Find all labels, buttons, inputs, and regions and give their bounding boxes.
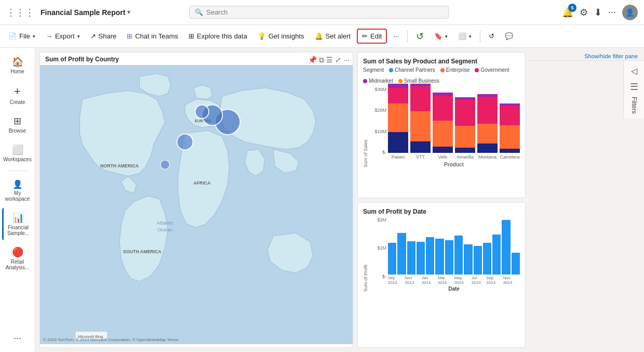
x-nov13: Nov 2013	[405, 276, 421, 285]
file-label: File	[19, 32, 30, 40]
bar-paseo-channel	[388, 132, 408, 153]
chat-teams-button[interactable]: ⊞ Chat in Teams	[123, 30, 182, 43]
bookmark-button[interactable]: 🔖 ▾	[430, 30, 452, 43]
more-map-icon[interactable]: ···	[343, 56, 350, 64]
bar-paseo-gov	[388, 88, 408, 103]
y-label-0-profit: $-	[382, 274, 386, 279]
refresh-button[interactable]: ↺	[412, 28, 428, 45]
x-may14: May 2014	[454, 276, 472, 285]
more-toolbar-button[interactable]: ···	[389, 30, 403, 43]
legend-smallbiz: Small Business	[398, 78, 439, 84]
sidebar: 🏠 Home + Create ⊞ Browse ⬜ Workspaces 👤 …	[0, 48, 35, 352]
sales-y-axis: $30M $20M $10M $-	[369, 87, 388, 155]
profit-x-labels: Sep 2013 Nov 2013 Jan 2014 Mar 2014 May …	[388, 275, 520, 285]
profit-x-axis-label: Date	[388, 286, 520, 292]
sidebar-item-financial[interactable]: 📊 Financial Sample...	[2, 208, 33, 240]
view-chevron-icon: ▾	[469, 34, 472, 39]
x-mar14: Mar 2014	[438, 276, 454, 285]
share-button[interactable]: ↗ Share	[86, 30, 121, 43]
retail-label: Retail Analysis...	[5, 259, 30, 270]
profit-bar-4	[417, 242, 425, 275]
profit-chart-body: Sum of Profit $2M $1M $-	[363, 217, 520, 292]
view-button[interactable]: ⬜ ▾	[454, 30, 476, 43]
notification-button[interactable]: 🔔 5	[562, 7, 573, 18]
alert-button[interactable]: 🔔 Set alert	[311, 30, 355, 43]
legend-label-midmarket: Midmarket	[369, 78, 393, 84]
search-bar[interactable]: 🔍	[189, 6, 449, 19]
bar-vtt-enterprise	[410, 111, 431, 141]
file-button[interactable]: 📄 File ▾	[4, 30, 39, 43]
profit-chart-card: Sum of Profit by Date Sum of Profit $2M …	[357, 202, 526, 348]
export-button[interactable]: → Export ▾	[42, 30, 84, 43]
avatar[interactable]: 👤	[622, 5, 638, 20]
legend-channel: Channel Partners	[389, 67, 435, 73]
copy-icon[interactable]: ⧉	[319, 56, 324, 64]
download-icon[interactable]: ⬇	[594, 7, 602, 18]
insights-button[interactable]: 💡 Get insights	[253, 30, 308, 43]
reset-button[interactable]: ↺	[485, 30, 499, 43]
search-input[interactable]	[206, 8, 443, 16]
filter-bars-icon[interactable]: ☰	[630, 81, 638, 93]
myworkspace-label: My workspace	[5, 190, 30, 202]
sidebar-item-retail[interactable]: 🔴 Retail Analysis...	[2, 242, 33, 275]
sidebar-item-myworkspace[interactable]: 👤 My workspace	[2, 175, 33, 206]
filter-title[interactable]: Filters	[630, 93, 638, 118]
legend-midmarket: Midmarket	[363, 78, 393, 84]
profit-y-title: Sum of Profit	[363, 217, 368, 292]
pin-icon[interactable]: 📌	[308, 56, 317, 64]
bar-paseo-mid	[388, 84, 408, 88]
financial-label: Financial Sample...	[7, 225, 30, 236]
filter-icon[interactable]: ☰	[326, 56, 333, 64]
bar-velo-enterprise	[433, 121, 453, 147]
bar-velo	[433, 93, 453, 153]
export-icon: →	[46, 32, 52, 40]
sidebar-item-workspaces[interactable]: ⬜ Workspaces	[2, 140, 33, 166]
more-options-icon[interactable]: ···	[608, 7, 616, 18]
bar-carretera	[500, 103, 520, 153]
expand-icon[interactable]: ⤢	[335, 56, 341, 64]
left-panel: Sum of Profit by Country 📌 ⧉ ☰ ⤢ ···	[35, 48, 357, 352]
sidebar-item-create[interactable]: + Create	[2, 81, 33, 109]
world-map-svg: Atlantic Ocean NORTH AMERICA EUROPE AFRI…	[40, 65, 353, 344]
bar-vtt-gov	[410, 86, 431, 111]
chat-teams-label: Chat in Teams	[135, 32, 178, 40]
filter-pane-header: Show/hide filter pane	[530, 48, 644, 61]
profit-bar-10	[474, 246, 482, 275]
refresh-icon: ↺	[416, 31, 424, 42]
teams-icon: ⊞	[127, 32, 132, 40]
explore-label: Explore this data	[197, 32, 247, 40]
show-hide-filter-btn[interactable]: Show/hide filter pane	[582, 52, 640, 60]
svg-point-8	[177, 134, 193, 150]
map-tools: 📌 ⧉ ☰ ⤢ ···	[308, 56, 350, 64]
main-layout: 🏠 Home + Create ⊞ Browse ⬜ Workspaces 👤 …	[0, 48, 644, 352]
x-sep14: Sep 2014	[486, 276, 503, 285]
sidebar-item-more[interactable]: ···	[2, 329, 33, 348]
profit-bar-7	[445, 240, 453, 275]
map-card: Sum of Profit by Country 📌 ⧉ ☰ ⤢ ···	[39, 52, 353, 348]
explore-button[interactable]: ⊞ Explore this data	[184, 30, 251, 43]
reset-icon: ↺	[489, 32, 494, 40]
sales-chart-body: Sum of Sales $30M $20M $10M $-	[363, 87, 520, 167]
legend-label-enterprise: Enterprise	[446, 67, 470, 73]
filter-collapse-button[interactable]: ◁	[624, 61, 644, 81]
settings-icon[interactable]: ⚙	[580, 7, 588, 18]
edit-button[interactable]: ✏ Edit	[357, 29, 387, 44]
sales-chart-inner: $30M $20M $10M $-	[369, 87, 520, 167]
sidebar-divider	[7, 171, 28, 171]
more-toolbar-icon: ···	[393, 32, 399, 40]
legend-enterprise: Enterprise	[440, 67, 470, 73]
sidebar-item-browse[interactable]: ⊞ Browse	[2, 111, 33, 138]
grid-icon[interactable]: ⋮⋮⋮	[6, 7, 34, 18]
profit-bar-3	[407, 241, 415, 275]
chevron-down-icon[interactable]: ▾	[127, 9, 130, 16]
comment-button[interactable]: 💬	[501, 30, 517, 43]
x-jul14: Jul 2014	[472, 276, 487, 285]
bar-montana-channel	[477, 144, 498, 153]
notification-badge: 5	[568, 4, 576, 12]
report-title-text: Financial Sample Report	[41, 8, 125, 17]
sidebar-item-home[interactable]: 🏠 Home	[2, 52, 33, 79]
bar-label-montana: Montana	[478, 154, 497, 160]
profit-bars-container	[388, 217, 520, 275]
sales-chart-title: Sum of Sales by Product and Segment	[363, 58, 520, 65]
y-label-2m: $2M	[377, 217, 386, 223]
